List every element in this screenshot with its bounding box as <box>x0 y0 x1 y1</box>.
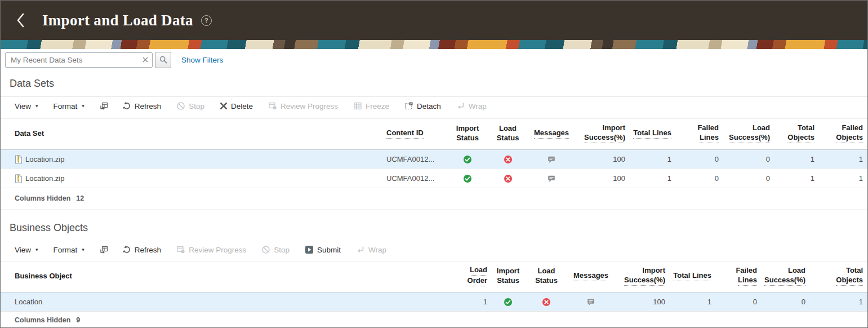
success-status-icon <box>463 155 472 164</box>
datasets-table: Data Set Content ID ImportStatus LoadSta… <box>1 118 868 188</box>
column-header-load-order[interactable]: LoadOrder <box>454 261 493 292</box>
data-set-name: Location.zip <box>25 155 64 163</box>
column-header-load-success[interactable]: LoadSuccess(%) <box>724 119 776 150</box>
detach-button[interactable]: Detach <box>404 101 441 110</box>
wrap-button: Wrap <box>356 245 386 254</box>
clear-search-icon[interactable] <box>141 56 149 64</box>
columns-hidden-count: 9 <box>76 316 80 324</box>
column-header-load-success[interactable]: LoadSuccess(%) <box>763 261 811 292</box>
table-row[interactable]: Location.zip UCMFA0012... 100 1 0 0 1 1 <box>1 150 868 169</box>
total-lines-cell: 1 <box>671 292 717 312</box>
column-header-failed-lines[interactable]: FailedLines <box>677 119 724 150</box>
refresh-button[interactable]: Refresh <box>122 245 161 254</box>
refresh-button[interactable]: Refresh <box>122 101 161 110</box>
search-button[interactable] <box>155 52 171 68</box>
search-row: Show Filters <box>5 52 867 68</box>
column-header-failed-lines[interactable]: FailedLines <box>717 261 763 292</box>
column-header-total-objects[interactable]: TotalObjects <box>776 119 820 150</box>
messages-icon[interactable] <box>547 156 555 163</box>
messages-icon[interactable] <box>587 298 595 306</box>
datasets-toolbar: View▾ Format▾ Refresh Stop Delete <box>1 96 867 113</box>
freeze-button: Freeze <box>353 101 389 110</box>
datasets-columns-hidden: Columns Hidden12 <box>1 188 867 210</box>
search-input[interactable] <box>5 52 153 68</box>
table-options-icon <box>100 101 109 110</box>
refresh-icon <box>122 101 131 110</box>
failed-lines-cell: 0 <box>677 169 724 188</box>
review-progress-button: Review Progress <box>268 101 338 110</box>
column-header-total-lines[interactable]: Total Lines <box>671 261 717 292</box>
page-title: Import and Load Data <box>42 12 193 29</box>
wrap-icon <box>456 101 465 110</box>
help-icon[interactable]: ? <box>201 15 212 26</box>
submit-button[interactable]: Submit <box>305 245 341 254</box>
load-success-cell: 0 <box>724 150 776 169</box>
failed-lines-cell: 0 <box>717 292 763 312</box>
column-header-messages[interactable]: Messages <box>569 261 618 292</box>
review-progress-button: Review Progress <box>176 245 246 254</box>
error-status-icon <box>542 298 551 307</box>
format-menu[interactable]: Format▾ <box>54 102 84 110</box>
search-box <box>5 52 153 68</box>
messages-icon[interactable] <box>547 175 555 183</box>
column-header-load-status: LoadStatus <box>492 119 529 150</box>
wrap-button: Wrap <box>456 101 487 110</box>
content-id-cell: UCMFA0012... <box>386 169 448 188</box>
refresh-icon <box>122 245 131 254</box>
failed-lines-cell: 0 <box>677 150 724 169</box>
view-menu[interactable]: View▾ <box>15 246 38 254</box>
delete-button[interactable]: Delete <box>220 102 253 110</box>
stop-button: Stop <box>261 245 290 254</box>
column-header-total-objects[interactable]: TotalObjects <box>811 261 868 292</box>
column-header-import-success[interactable]: ImportSuccess(%) <box>580 119 631 150</box>
success-status-icon <box>463 174 472 183</box>
import-and-load-data-page: Import and Load Data ? Show Filters Data… <box>0 0 868 328</box>
total-lines-cell: 1 <box>631 169 677 188</box>
column-header-total-lines[interactable]: Total Lines <box>631 119 677 150</box>
dropdown-caret-icon: ▾ <box>82 103 84 109</box>
column-header-content-id[interactable]: Content ID <box>386 119 448 150</box>
table-row[interactable]: Location.zip UCMFA0012... 100 1 0 0 1 1 <box>1 169 868 188</box>
zip-file-icon <box>15 155 23 164</box>
search-icon <box>159 55 168 64</box>
column-header-messages[interactable]: Messages <box>529 119 580 150</box>
business-objects-table: Business Object LoadOrder ImportStatus L… <box>1 261 868 312</box>
column-header-import-success[interactable]: ImportSuccess(%) <box>618 261 671 292</box>
error-status-icon <box>504 174 513 183</box>
dropdown-caret-icon: ▾ <box>35 103 38 109</box>
import-success-cell: 100 <box>618 292 671 312</box>
total-objects-link[interactable]: 1 <box>811 292 868 312</box>
total-objects-link[interactable]: 1 <box>776 150 820 169</box>
format-menu[interactable]: Format▾ <box>54 246 84 254</box>
column-header-load-status: LoadStatus <box>529 261 569 292</box>
column-header-import-status: ImportStatus <box>448 119 492 150</box>
submit-play-icon <box>305 245 314 254</box>
failed-objects-link[interactable]: 1 <box>820 150 868 169</box>
detach-icon <box>404 101 413 110</box>
view-menu[interactable]: View▾ <box>15 102 38 110</box>
datasets-header-row: Data Set Content ID ImportStatus LoadSta… <box>1 119 868 150</box>
load-success-cell: 0 <box>724 169 776 188</box>
column-header-business-object: Business Object <box>1 261 454 292</box>
import-success-cell: 100 <box>580 150 631 169</box>
zip-file-icon <box>15 174 23 183</box>
back-button[interactable] <box>13 11 28 30</box>
datasets-heading: Data Sets <box>10 77 867 90</box>
dropdown-caret-icon: ▾ <box>82 247 84 252</box>
decorative-banner <box>1 40 867 49</box>
failed-objects-link[interactable]: 1 <box>820 169 868 188</box>
table-options-button[interactable] <box>100 101 109 110</box>
success-status-icon <box>504 298 513 307</box>
total-objects-link[interactable]: 1 <box>776 169 820 188</box>
load-success-cell: 0 <box>763 292 811 312</box>
review-progress-icon <box>176 245 185 254</box>
show-filters-link[interactable]: Show Filters <box>181 56 223 64</box>
stop-icon <box>261 245 270 254</box>
load-order-cell: 1 <box>454 292 493 312</box>
business-objects-toolbar: View▾ Format▾ Refresh Review Progress <box>1 241 867 256</box>
table-options-button[interactable] <box>100 245 109 254</box>
column-header-failed-objects[interactable]: FailedObjects <box>820 119 868 150</box>
business-object-name: Location <box>1 292 454 312</box>
table-row[interactable]: Location 1 100 1 0 0 1 <box>1 292 868 312</box>
content-id-cell: UCMFA0012... <box>386 150 448 169</box>
